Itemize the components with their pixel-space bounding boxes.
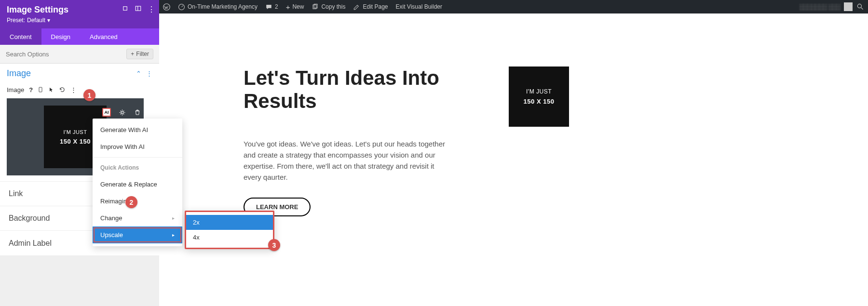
reset-icon[interactable] <box>59 86 66 93</box>
image-preview-toolbar: AI <box>102 108 157 117</box>
step-badge-2: 2 <box>125 196 137 208</box>
admin-edit-page[interactable]: Edit Page <box>353 3 388 11</box>
admin-new[interactable]: + New <box>286 3 304 11</box>
filter-label: Filter <box>136 51 149 57</box>
hero-image-line1: I'M JUST <box>526 88 552 95</box>
upscale-submenu: 2x 4x <box>185 211 274 249</box>
preview-line1: I'M JUST <box>64 129 87 135</box>
plus-icon: + <box>286 3 290 11</box>
image-section-title: Image <box>7 68 31 79</box>
svg-rect-5 <box>123 7 127 11</box>
admin-comments[interactable]: 2 <box>265 3 278 11</box>
wp-admin-bar: On-Time Marketing Agency 2 + New Copy th… <box>159 0 868 13</box>
svg-point-9 <box>121 111 123 114</box>
ai-menu: Generate With AI Improve With AI Quick A… <box>93 119 182 246</box>
admin-copy-this-label: Copy this <box>321 3 345 10</box>
svg-rect-6 <box>136 6 141 11</box>
image-field-label: Image <box>7 86 24 93</box>
wordpress-icon <box>163 3 170 11</box>
admin-exit-vb[interactable]: Exit Visual Builder <box>396 3 443 10</box>
dashboard-icon <box>178 3 185 11</box>
preset-value: Default <box>27 17 45 24</box>
hover-cursor-icon[interactable] <box>48 86 54 93</box>
step-badge-1: 1 <box>83 89 95 101</box>
dock-icon[interactable] <box>135 5 142 14</box>
ai-button[interactable]: AI <box>102 108 111 117</box>
sidebar-header: Image Settings Preset: Default ▾ ⋮ <box>0 0 159 28</box>
submenu-arrow-icon: ▸ <box>172 215 175 221</box>
menu-upscale[interactable]: Upscale ▸ <box>93 226 182 243</box>
menu-quick-actions-heading: Quick Actions <box>93 160 182 176</box>
preview-line2: 150 X 150 <box>60 138 91 145</box>
admin-site-link[interactable]: On-Time Marketing Agency <box>178 3 258 11</box>
menu-reimagine[interactable]: Reimagine <box>93 193 182 210</box>
admin-label-section-label: Admin Label <box>9 239 52 248</box>
hero-heading: Let's Turn Ideas Into Results <box>244 67 456 113</box>
hero-image-line2: 150 X 150 <box>524 98 555 105</box>
menu-change[interactable]: Change ▸ <box>93 210 182 226</box>
search-icon[interactable] <box>856 3 864 11</box>
menu-change-label: Change <box>100 214 122 222</box>
collapse-icon[interactable]: ⌃ <box>136 70 141 77</box>
copy-icon <box>312 3 319 11</box>
wp-logo[interactable] <box>163 3 170 11</box>
admin-edit-page-label: Edit Page <box>363 3 388 10</box>
sidebar-tabs: Content Design Advanced <box>0 28 159 45</box>
undo-icon[interactable] <box>149 108 157 117</box>
admin-new-label: New <box>292 3 304 10</box>
section-more-icon[interactable]: ⋮ <box>146 70 152 77</box>
menu-improve-with-ai[interactable]: Improve With AI <box>93 138 182 155</box>
admin-comment-count: 2 <box>275 3 278 10</box>
avatar[interactable] <box>844 2 853 11</box>
upscale-2x[interactable]: 2x <box>186 215 273 230</box>
svg-point-4 <box>857 4 861 8</box>
pencil-icon <box>353 3 360 11</box>
hero-image-placeholder: I'M JUST 150 X 150 <box>509 67 569 127</box>
hero-body-text: You've got ideas. We've got ideas. Let's… <box>244 138 451 183</box>
step-badge-3: 3 <box>268 239 280 251</box>
filter-plus-icon: + <box>131 51 134 57</box>
menu-generate-replace[interactable]: Generate & Replace <box>93 176 182 193</box>
fullscreen-icon[interactable] <box>122 5 129 14</box>
svg-rect-8 <box>39 87 42 92</box>
admin-exit-vb-label: Exit Visual Builder <box>396 3 443 10</box>
preset-dropdown[interactable]: Preset: Default ▾ <box>7 17 152 24</box>
tab-content[interactable]: Content <box>0 28 41 45</box>
field-more-icon[interactable]: ⋮ <box>70 86 77 93</box>
preset-prefix: Preset: <box>7 17 25 24</box>
admin-user-name-blurred: ░░░░░░░ ░░░ <box>799 3 840 11</box>
tab-advanced[interactable]: Advanced <box>80 28 127 45</box>
filter-button[interactable]: + Filter <box>126 49 153 59</box>
comment-icon <box>265 3 272 11</box>
ai-icon: AI <box>102 108 111 117</box>
admin-copy-this[interactable]: Copy this <box>312 3 345 11</box>
menu-generate-with-ai[interactable]: Generate With AI <box>93 121 182 138</box>
page-preview: Let's Turn Ideas Into Results You've got… <box>159 13 868 306</box>
background-section-label: Background <box>9 214 50 223</box>
menu-upscale-label: Upscale <box>100 231 123 239</box>
help-icon[interactable]: ? <box>29 86 33 93</box>
tab-design[interactable]: Design <box>41 28 80 45</box>
menu-divider <box>93 157 182 158</box>
more-menu-icon[interactable]: ⋮ <box>148 5 155 14</box>
link-section-label: Link <box>9 189 23 198</box>
image-field-row: Image ? ⋮ <box>0 83 159 96</box>
upscale-4x[interactable]: 4x <box>186 230 273 245</box>
admin-site-name: On-Time Marketing Agency <box>188 3 258 10</box>
search-options-row: + Filter <box>0 45 159 64</box>
settings-icon[interactable] <box>118 108 126 117</box>
search-options-input[interactable] <box>6 51 126 58</box>
chevron-down-icon: ▾ <box>47 17 50 24</box>
mobile-icon[interactable] <box>38 86 43 93</box>
submenu-arrow-icon: ▸ <box>172 232 175 238</box>
trash-icon[interactable] <box>133 108 142 117</box>
